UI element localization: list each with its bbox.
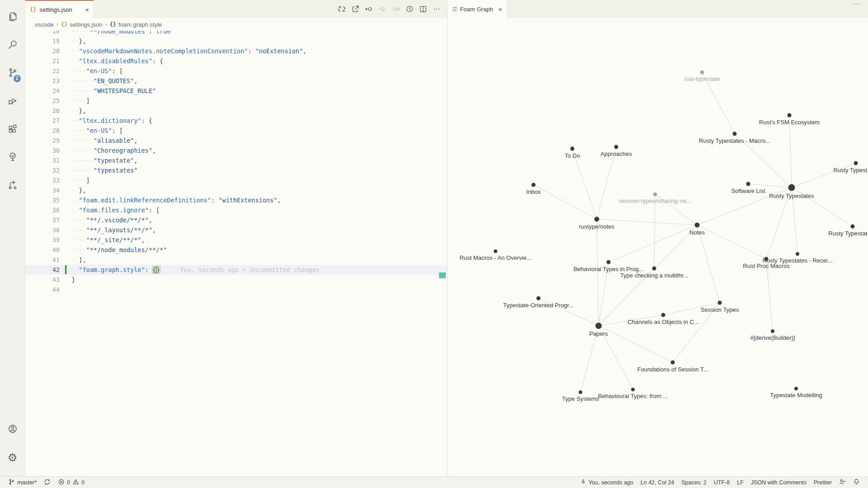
code-line[interactable]: 39····"**/_site/**/*",	[25, 235, 447, 245]
panel-more-actions-button[interactable]: ···	[853, 0, 868, 18]
cursor-position-status[interactable]: Ln 42, Col 24	[637, 477, 678, 488]
graph-node-session-sharing[interactable]	[653, 192, 657, 196]
graph-node-channels-objects[interactable]	[661, 313, 665, 317]
graph-node-foundations-session[interactable]	[671, 361, 675, 365]
language-mode-status[interactable]: JSON with Comments	[747, 477, 810, 488]
formatter-status[interactable]: Prettier	[810, 477, 835, 488]
timeline-button[interactable]	[404, 3, 415, 15]
graph-node-rust-proc-macros[interactable]	[764, 257, 769, 261]
code-line[interactable]: 38····"**/_layouts/**/*",	[25, 225, 447, 235]
problems-status[interactable]: 0 0	[54, 477, 88, 488]
code-line[interactable]: 29······"aliasable",	[25, 136, 447, 145]
tab-settings-json[interactable]: {} settings.json ×	[25, 0, 94, 18]
close-tab-icon[interactable]: ×	[85, 6, 89, 14]
graph-node-notes[interactable]	[695, 223, 700, 228]
graph-node-software-list[interactable]	[746, 182, 750, 186]
graph-node-rust-typestate[interactable]	[700, 70, 704, 74]
code-line[interactable]: 30······"Choreographies",	[25, 145, 447, 155]
feedback-button[interactable]	[835, 477, 849, 488]
encoding-status[interactable]: UTF-8	[710, 477, 733, 488]
git-gutter	[60, 205, 71, 215]
code-line[interactable]: 27··"ltex.dictionary": {	[25, 116, 447, 126]
code-line[interactable]: 24······"WHITESPACE_RULE"	[25, 86, 447, 96]
code-line[interactable]: 26··},	[25, 106, 447, 116]
activity-explorer-button[interactable]	[2, 4, 24, 32]
graph-node-inbox[interactable]	[532, 183, 536, 187]
activity-extensions-button[interactable]	[2, 116, 24, 144]
graph-node-derive-builder[interactable]	[771, 329, 774, 333]
code-line[interactable]: 35··"foam.edit.linkReferenceDefinitions"…	[25, 195, 447, 205]
code-line[interactable]: 21··"ltex.disabledRules": {	[25, 56, 447, 66]
graph-canvas[interactable]: rust-typestateRust's FSM EcosystemRusty …	[448, 18, 868, 476]
code-line[interactable]: 32······"typestates"	[25, 165, 447, 175]
graph-node-typestate-oriented[interactable]	[537, 296, 541, 300]
code-line[interactable]: 28····"en-US": [	[25, 126, 447, 136]
code-line[interactable]: 36··"foam.files.ignore": [	[25, 205, 447, 215]
sync-button[interactable]	[40, 477, 54, 488]
graph-node-todo[interactable]	[571, 147, 575, 151]
graph-node-fsm-ecosystem[interactable]	[788, 113, 792, 117]
breadcrumb-symbol[interactable]: {}foam.graph.style	[110, 21, 162, 28]
previous-change-button[interactable]	[363, 3, 375, 15]
activity-source-control-button[interactable]: 2	[2, 60, 24, 88]
graph-node-rusty-mid-right[interactable]	[851, 225, 855, 229]
graph-node-papers[interactable]	[595, 323, 602, 329]
code-line[interactable]: 25····]	[25, 96, 447, 106]
graph-node-approaches[interactable]	[614, 145, 618, 149]
graph-node-rustype-notes[interactable]	[594, 217, 599, 222]
git-gutter	[60, 46, 71, 56]
accounts-button[interactable]	[2, 416, 24, 444]
code-line[interactable]: 19··},	[25, 36, 447, 46]
activity-search-button[interactable]	[2, 32, 24, 60]
branch-status[interactable]: master*	[5, 477, 40, 488]
git-branch-icon	[8, 479, 15, 487]
graph-node-type-checking[interactable]	[652, 267, 656, 271]
graph-node-rusty-macro[interactable]	[733, 132, 737, 136]
code-line[interactable]: 18····"**/node_modules": true	[25, 31, 447, 36]
tab-foam-graph[interactable]: ☰ Foam Graph ×	[448, 0, 507, 18]
code-line[interactable]: 42··"foam.graph.style": {}You, seconds a…	[25, 265, 447, 275]
eol-status[interactable]: LF	[733, 477, 747, 488]
graph-node-type-systems[interactable]	[579, 390, 582, 394]
current-change-button[interactable]	[377, 3, 388, 15]
graph-node-rusty-receive[interactable]	[796, 252, 799, 256]
more-actions-button[interactable]	[431, 3, 443, 15]
status-bar: master* 0 0 You, seconds ago Ln 42, Col …	[0, 476, 868, 488]
graph-node-behavioral-types[interactable]	[607, 260, 611, 264]
code-line[interactable]: 43}	[25, 275, 447, 285]
code-line[interactable]: 37····"**/.vscode/**/*",	[25, 215, 447, 225]
code-line[interactable]: 41··],	[25, 255, 447, 265]
settings-button[interactable]: ⚙	[2, 444, 24, 472]
git-gutter	[60, 185, 71, 195]
code-line[interactable]: 23······"EN_QUOTES",	[25, 76, 447, 86]
code-line[interactable]: 34··},	[25, 185, 447, 195]
code-line[interactable]: 33····]	[25, 175, 447, 185]
graph-node-rusty-hub[interactable]	[788, 184, 795, 191]
open-preview-button[interactable]	[349, 3, 361, 15]
breadcrumb-file[interactable]: {}settings.json	[61, 21, 103, 28]
next-change-button[interactable]	[390, 3, 402, 15]
code-line[interactable]: 40····"**/node_modules/**/*"	[25, 245, 447, 255]
code-line[interactable]: 31······"typestate",	[25, 155, 447, 165]
breadcrumb-folder[interactable]: .vscode	[33, 21, 54, 28]
activity-run-debug-button[interactable]	[2, 88, 24, 116]
blame-status[interactable]: You, seconds ago	[576, 477, 637, 488]
code-line[interactable]: 22····"en-US": [	[25, 66, 447, 76]
split-editor-button[interactable]	[417, 3, 429, 15]
notifications-button[interactable]	[849, 477, 863, 488]
indentation-status[interactable]: Spaces: 2	[678, 477, 710, 488]
graph-node-typestate-modelling[interactable]	[794, 387, 798, 390]
graph-node-session-types[interactable]	[718, 301, 722, 305]
graph-node-rust-macros-overview[interactable]	[494, 249, 497, 253]
code-editor[interactable]: 18····"**/node_modules": true19··},20··"…	[25, 31, 447, 476]
graph-node-behavioural-from[interactable]	[631, 388, 635, 391]
line-number: 30	[25, 145, 60, 155]
code-line[interactable]: 44	[25, 285, 447, 295]
compare-changes-button[interactable]	[336, 3, 348, 15]
close-panel-icon[interactable]: ×	[498, 5, 502, 13]
git-gutter	[60, 145, 71, 155]
activity-git-graph-button[interactable]	[2, 172, 24, 200]
code-line[interactable]: 20··"vscodeMarkdownNotes.noteCompletionC…	[25, 46, 447, 56]
graph-node-rusty-top-right[interactable]	[854, 161, 858, 165]
activity-todo-tree-button[interactable]	[2, 144, 24, 172]
